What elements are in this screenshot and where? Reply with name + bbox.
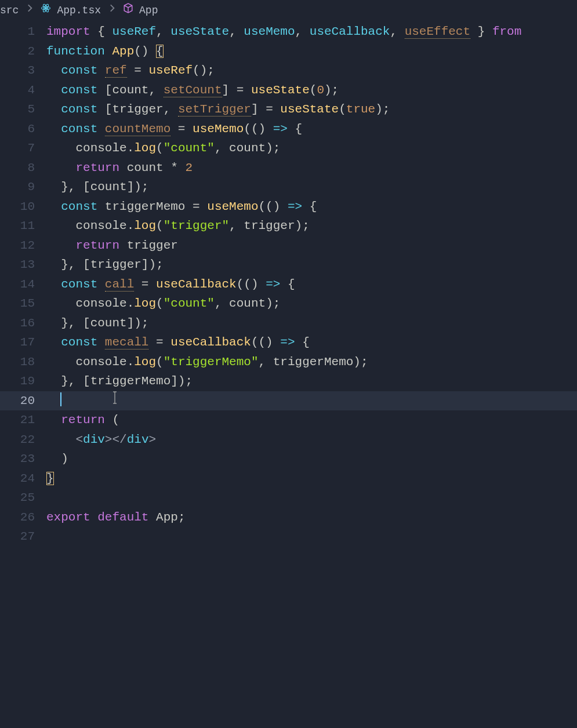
code-line[interactable]: 14 const call = useCallback(() => { [0,275,577,294]
code-content[interactable]: return count * 2 [46,158,577,178]
code-line[interactable]: 24} [0,469,577,489]
code-token: useState [280,103,339,116]
breadcrumb[interactable]: src App.tsx App [0,0,577,22]
line-number[interactable]: 6 [0,119,46,139]
code-content[interactable]: }, [count]); [46,177,577,197]
line-number[interactable]: 10 [0,197,46,217]
line-number[interactable]: 14 [0,275,46,294]
code-line[interactable]: 8 return count * 2 [0,158,577,178]
code-token: count [90,316,127,330]
code-line[interactable]: 22 <div></div> [0,430,577,450]
code-content[interactable]: }, [triggerMemo]); [46,372,577,391]
code-token: { [295,336,310,349]
code-content[interactable]: const [trigger, setTrigger] = useState(t… [46,100,577,119]
code-content[interactable]: ) [46,449,577,469]
breadcrumb-file[interactable]: App.tsx [57,1,101,21]
code-line[interactable]: 19 }, [triggerMemo]); [0,372,577,391]
line-number[interactable]: 18 [0,352,46,372]
code-line[interactable]: 10 const triggerMemo = useMemo(() => { [0,197,577,217]
code-line[interactable]: 5 const [trigger, setTrigger] = useState… [0,100,577,119]
line-number[interactable]: 27 [0,527,46,547]
code-content[interactable] [46,488,577,508]
code-line[interactable]: 26export default App; [0,508,577,527]
code-content[interactable]: console.log("trigger", trigger); [46,216,577,236]
code-content[interactable]: console.log("count", count); [46,294,577,314]
line-number[interactable]: 5 [0,100,46,119]
code-line[interactable]: 25 [0,488,577,508]
code-token: trigger [127,239,178,252]
line-number[interactable]: 22 [0,430,46,450]
code-line[interactable]: 21 return ( [0,410,577,430]
code-content[interactable] [46,391,577,411]
code-content[interactable]: import { useRef, useState, useMemo, useC… [46,22,577,42]
code-content[interactable]: return ( [46,410,577,430]
line-number[interactable]: 15 [0,294,46,314]
code-content[interactable]: }, [count]); [46,314,577,333]
line-number[interactable]: 1 [0,22,46,42]
line-number[interactable]: 19 [0,372,46,391]
code-content[interactable]: console.log("count", count); [46,139,577,158]
code-line[interactable]: 15 console.log("count", count); [0,294,577,314]
code-token [97,122,105,136]
code-line[interactable]: 9 }, [count]); [0,177,577,197]
code-line[interactable]: 11 console.log("trigger", trigger); [0,216,577,236]
line-number[interactable]: 24 [0,469,46,489]
code-line[interactable]: 27 [0,527,577,547]
code-token: { [302,200,317,213]
code-token: ); [266,297,280,310]
breadcrumb-folder[interactable]: src [0,1,19,21]
line-number[interactable]: 11 [0,216,46,236]
code-content[interactable]: return trigger [46,236,577,256]
code-line[interactable]: 2function App() { [0,42,577,61]
code-line[interactable]: 23 ) [0,449,577,469]
line-number[interactable]: 17 [0,333,46,352]
line-number[interactable]: 7 [0,139,46,158]
code-token: useCallback [170,336,251,349]
line-number[interactable]: 25 [0,488,46,508]
line-number[interactable]: 21 [0,410,46,430]
code-content[interactable]: const ref = useRef(); [46,61,577,81]
code-line[interactable]: 4 const [count, setCount] = useState(0); [0,81,577,100]
code-content[interactable]: }, [trigger]); [46,255,577,275]
code-token: from [492,25,521,38]
line-number[interactable]: 26 [0,508,46,527]
code-token: const [61,200,97,213]
code-token: ] = [251,103,280,116]
code-line[interactable]: 6 const countMemo = useMemo(() => { [0,119,577,139]
code-line[interactable]: 1import { useRef, useState, useMemo, use… [0,22,577,42]
line-number[interactable]: 3 [0,61,46,81]
line-number[interactable]: 4 [0,81,46,100]
line-number[interactable]: 23 [0,449,46,469]
code-line[interactable]: 12 return trigger [0,236,577,256]
code-line[interactable]: 20 [0,391,577,411]
code-content[interactable]: } [46,469,577,489]
code-content[interactable]: export default App; [46,508,577,527]
code-content[interactable]: const call = useCallback(() => { [46,275,577,294]
code-line[interactable]: 7 console.log("count", count); [0,139,577,158]
breadcrumb-symbol[interactable]: App [139,1,158,21]
code-token: return [61,413,105,427]
code-content[interactable]: const [count, setCount] = useState(0); [46,81,577,100]
code-content[interactable]: const countMemo = useMemo(() => { [46,119,577,139]
code-content[interactable]: const mecall = useCallback(() => { [46,333,577,352]
line-number[interactable]: 8 [0,158,46,178]
line-number[interactable]: 16 [0,314,46,333]
line-number[interactable]: 20 [0,391,46,411]
line-number[interactable]: 9 [0,177,46,197]
code-line[interactable]: 17 const mecall = useCallback(() => { [0,333,577,352]
code-line[interactable]: 3 const ref = useRef(); [0,61,577,81]
code-content[interactable] [46,527,577,547]
code-content[interactable]: <div></div> [46,430,577,450]
code-line[interactable]: 16 }, [count]); [0,314,577,333]
code-token: = [185,200,207,213]
code-content[interactable]: function App() { [46,42,577,61]
code-line[interactable]: 18 console.log("triggerMemo", triggerMem… [0,352,577,372]
line-number[interactable]: 13 [0,255,46,275]
code-editor[interactable]: 1import { useRef, useState, useMemo, use… [0,22,577,547]
code-token: count [90,180,127,194]
code-content[interactable]: console.log("triggerMemo", triggerMemo); [46,352,577,372]
line-number[interactable]: 12 [0,236,46,256]
code-content[interactable]: const triggerMemo = useMemo(() => { [46,197,577,217]
line-number[interactable]: 2 [0,42,46,61]
code-line[interactable]: 13 }, [trigger]); [0,255,577,275]
